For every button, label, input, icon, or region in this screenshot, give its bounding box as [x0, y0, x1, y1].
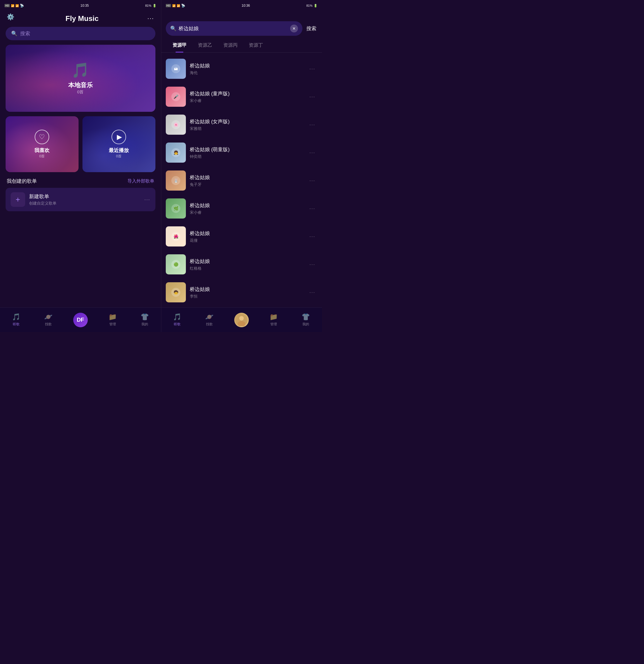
center-logo-left: DF: [73, 313, 88, 327]
result-info-4: 桥边姑娘 兔子牙: [190, 174, 303, 187]
heart-icon: ♡: [39, 133, 45, 141]
local-music-count: 0首: [77, 89, 84, 95]
find-label-right: 找歌: [206, 322, 213, 327]
svg-text:🟢: 🟢: [173, 262, 178, 267]
import-playlist-button[interactable]: 导入外部歌单: [127, 178, 154, 184]
result-artist-8: 李恒: [190, 294, 303, 299]
local-music-card[interactable]: 🎵 本地音乐 0首: [6, 45, 155, 112]
result-more-button-2[interactable]: ···: [307, 120, 317, 130]
status-bar-left: HD 📶 📶 📡 10:35 81% 🔋: [0, 0, 161, 10]
result-item-8[interactable]: 🧒 桥边姑娘 李恒 ···: [161, 278, 322, 306]
result-thumb-1: 🎤: [166, 87, 186, 107]
find-label-left: 找歌: [45, 322, 52, 327]
nav-item-listen-right[interactable]: 🎵 听歌: [161, 313, 193, 327]
new-playlist-item[interactable]: + 新建歌单 创建自定义歌单 ···: [6, 188, 155, 211]
tab-resource-b[interactable]: 资源乙: [192, 39, 218, 52]
search-input[interactable]: [179, 26, 288, 32]
mine-icon-right: 👕: [302, 313, 310, 321]
signal-4g1: 📶: [11, 4, 14, 7]
nav-item-find-right[interactable]: 🪐 找歌: [193, 313, 226, 327]
battery-pct-left: 81%: [145, 4, 151, 7]
results-list: 🏔 桥边姑娘 海伦 ··· 🎤 桥边姑娘 (童声版) 宋小睿 ··· 🌸: [161, 53, 322, 332]
result-more-button-5[interactable]: ···: [307, 204, 317, 214]
search-input-box[interactable]: 🔍 ✕: [166, 21, 303, 36]
search-submit-button[interactable]: 搜索: [305, 23, 317, 34]
result-thumb-3: 👧: [166, 143, 186, 163]
search-placeholder-left: 搜索: [20, 30, 30, 37]
result-thumb-4: 🐰: [166, 170, 186, 191]
result-more-button-0[interactable]: ···: [307, 64, 317, 74]
signal-right-2: 📶: [176, 4, 180, 7]
header-left: ⚙️ Fly Music ···: [0, 10, 161, 27]
heart-icon-circle: ♡: [35, 130, 49, 144]
signal-4g2: 📶: [15, 4, 19, 7]
result-artist-3: 钟奕萌: [190, 154, 303, 159]
result-artist-1: 宋小睿: [190, 98, 303, 103]
result-title-7: 桥边姑娘: [190, 258, 303, 265]
nav-item-find-left[interactable]: 🪐 找歌: [32, 313, 64, 327]
result-info-5: 桥边姑娘 宋小睿: [190, 202, 303, 215]
result-thumb-7: 🟢: [166, 254, 186, 274]
result-more-button-6[interactable]: ···: [307, 231, 317, 242]
result-item-0[interactable]: 🏔 桥边姑娘 海伦 ···: [161, 55, 322, 83]
play-icon: ▶: [117, 133, 122, 141]
equalizer-icon[interactable]: ⚙️: [7, 14, 17, 23]
result-artist-5: 宋小睿: [190, 210, 303, 215]
tab-resource-a[interactable]: 资源甲: [167, 39, 192, 52]
result-more-button-3[interactable]: ···: [307, 148, 317, 158]
result-item-1[interactable]: 🎤 桥边姑娘 (童声版) 宋小睿 ···: [161, 83, 322, 111]
result-more-button-7[interactable]: ···: [307, 260, 317, 270]
result-item-2[interactable]: 🌸 桥边姑娘 (女声版) 宋雅萌 ···: [161, 111, 322, 139]
hd-badge-right: HD: [166, 4, 171, 7]
result-item-5[interactable]: 🌿 桥边姑娘 宋小睿 ···: [161, 194, 322, 223]
mine-icon-left: 👕: [141, 313, 149, 321]
result-item-4[interactable]: 🐰 桥边姑娘 兔子牙 ···: [161, 167, 322, 194]
result-artist-6: 花僮: [190, 238, 303, 243]
right-panel: HD 📶 📶 📡 10:36 81% 🔋 🔍 ✕ 搜索 资源甲 资源乙 资源丙 …: [161, 0, 322, 332]
search-icon-left: 🔍: [11, 30, 17, 37]
playlist-info: 新建歌单 创建自定义歌单: [29, 193, 140, 206]
nav-item-manage-right[interactable]: 📁 管理: [258, 313, 290, 327]
result-more-button-8[interactable]: ···: [307, 287, 317, 298]
listen-icon-left: 🎵: [12, 313, 20, 321]
nav-item-center-left[interactable]: DF: [64, 313, 97, 327]
result-info-2: 桥边姑娘 (女声版) 宋雅萌: [190, 118, 303, 131]
result-item-6[interactable]: 🌺 桥边姑娘 花僮 ···: [161, 223, 322, 250]
result-info-8: 桥边姑娘 李恒: [190, 286, 303, 299]
result-more-button-1[interactable]: ···: [307, 92, 317, 102]
nav-item-mine-left[interactable]: 👕 我的: [129, 313, 161, 327]
result-artist-7: 红格格: [190, 266, 303, 271]
nav-item-mine-right[interactable]: 👕 我的: [290, 313, 322, 327]
recent-title: 最近播放: [109, 147, 129, 154]
tab-resource-c[interactable]: 资源丙: [218, 39, 243, 52]
result-item-3[interactable]: 👧 桥边姑娘 (萌童版) 钟奕萌 ···: [161, 139, 322, 167]
mine-label-left: 我的: [141, 322, 148, 327]
status-right-left: 81% 🔋: [145, 4, 156, 7]
result-info-0: 桥边姑娘 海伦: [190, 62, 303, 76]
battery-icon-right: 🔋: [314, 4, 317, 7]
search-bar-left[interactable]: 🔍 搜索: [6, 27, 155, 40]
app-title: Fly Music: [65, 14, 98, 23]
playlist-more-button[interactable]: ···: [144, 197, 150, 203]
bottom-nav-right: 🎵 听歌 🪐 找歌 📁 管理 👕 我的: [161, 307, 322, 332]
svg-point-19: [239, 316, 244, 320]
play-icon-circle: ▶: [111, 130, 126, 144]
status-time-left: 10:35: [81, 4, 89, 7]
nav-item-listen-left[interactable]: 🎵 听歌: [0, 313, 32, 327]
find-icon-left: 🪐: [44, 313, 53, 321]
status-bar-right: HD 📶 📶 📡 10:36 81% 🔋: [161, 0, 322, 10]
nav-item-center-right[interactable]: [226, 313, 258, 327]
result-info-3: 桥边姑娘 (萌童版) 钟奕萌: [190, 146, 303, 159]
search-clear-button[interactable]: ✕: [290, 25, 298, 33]
recent-card[interactable]: ▶ 最近播放 0首: [82, 116, 155, 172]
nav-item-manage-left[interactable]: 📁 管理: [97, 313, 129, 327]
more-menu-button[interactable]: ···: [147, 15, 154, 22]
result-title-0: 桥边姑娘: [190, 62, 303, 69]
battery-pct-right: 81%: [306, 4, 312, 7]
tab-resource-d[interactable]: 资源丁: [243, 39, 269, 52]
result-item-7[interactable]: 🟢 桥边姑娘 红格格 ···: [161, 250, 322, 278]
result-more-button-4[interactable]: ···: [307, 175, 317, 186]
favorites-card[interactable]: ♡ 我喜欢 0首: [6, 116, 79, 172]
manage-label-left: 管理: [109, 322, 116, 327]
bottom-nav-left: 🎵 听歌 🪐 找歌 DF 📁 管理 👕 我的: [0, 307, 161, 332]
